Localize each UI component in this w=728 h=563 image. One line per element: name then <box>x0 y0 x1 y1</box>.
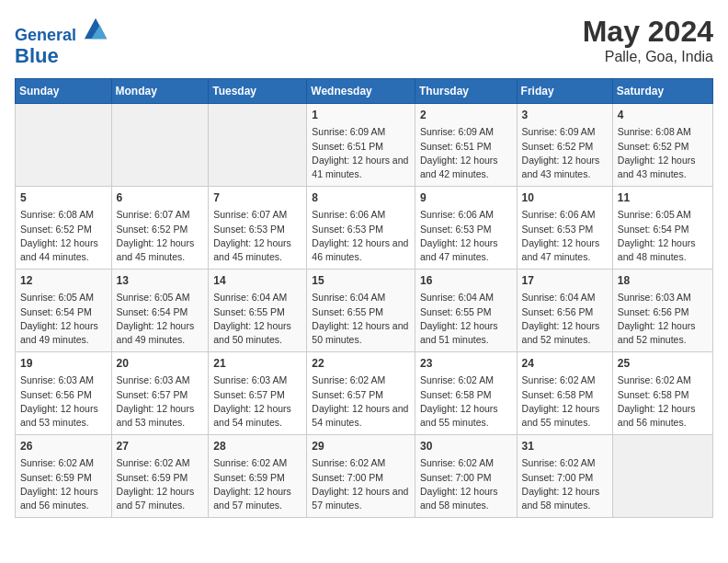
sunrise-text: Sunrise: 6:05 AM <box>618 209 691 220</box>
daylight-text: Daylight: 12 hours and 46 minutes. <box>312 237 408 262</box>
day-number: 3 <box>522 108 608 123</box>
day-number: 24 <box>522 356 608 372</box>
sunset-text: Sunset: 6:52 PM <box>117 224 188 235</box>
calendar-title: May 2024 <box>583 15 713 49</box>
calendar-cell: 21Sunrise: 6:03 AMSunset: 6:57 PMDayligh… <box>209 351 307 434</box>
day-number: 26 <box>20 439 107 454</box>
sunrise-text: Sunrise: 6:02 AM <box>20 457 94 468</box>
day-number: 22 <box>312 356 410 372</box>
calendar-cell: 11Sunrise: 6:05 AMSunset: 6:54 PMDayligh… <box>612 186 712 269</box>
day-number: 1 <box>312 108 410 123</box>
day-number: 2 <box>420 108 512 123</box>
daylight-text: Daylight: 12 hours and 45 minutes. <box>117 237 195 262</box>
daylight-text: Daylight: 12 hours and 52 minutes. <box>522 320 600 345</box>
calendar-cell: 4Sunrise: 6:08 AMSunset: 6:52 PMDaylight… <box>612 103 712 186</box>
daylight-text: Daylight: 12 hours and 57 minutes. <box>117 486 195 511</box>
sunset-text: Sunset: 6:53 PM <box>213 224 285 235</box>
weekday-sunday: Sunday <box>16 78 112 103</box>
daylight-text: Daylight: 12 hours and 45 minutes. <box>213 237 291 262</box>
day-number: 28 <box>213 439 301 454</box>
daylight-text: Daylight: 12 hours and 55 minutes. <box>420 403 498 428</box>
day-number: 4 <box>618 108 708 123</box>
daylight-text: Daylight: 12 hours and 43 minutes. <box>522 155 600 179</box>
sunset-text: Sunset: 6:59 PM <box>20 472 92 483</box>
calendar-header: SundayMondayTuesdayWednesdayThursdayFrid… <box>16 78 713 103</box>
sunrise-text: Sunrise: 6:02 AM <box>312 374 385 385</box>
daylight-text: Daylight: 12 hours and 56 minutes. <box>618 403 696 428</box>
day-number: 7 <box>213 190 301 206</box>
day-number: 14 <box>213 273 301 289</box>
day-number: 25 <box>618 356 708 372</box>
daylight-text: Daylight: 12 hours and 49 minutes. <box>117 320 195 345</box>
calendar-cell: 8Sunrise: 6:06 AMSunset: 6:53 PMDaylight… <box>307 186 415 269</box>
day-number: 9 <box>420 190 512 206</box>
day-number: 18 <box>618 273 708 289</box>
calendar-cell: 10Sunrise: 6:06 AMSunset: 6:53 PMDayligh… <box>517 186 612 269</box>
daylight-text: Daylight: 12 hours and 55 minutes. <box>522 403 600 428</box>
sunset-text: Sunset: 6:51 PM <box>312 141 383 152</box>
sunrise-text: Sunrise: 6:02 AM <box>618 374 691 385</box>
day-number: 19 <box>20 356 107 372</box>
sunrise-text: Sunrise: 6:07 AM <box>213 209 287 220</box>
calendar-cell: 26Sunrise: 6:02 AMSunset: 6:59 PMDayligh… <box>16 434 112 517</box>
sunset-text: Sunset: 7:00 PM <box>312 472 383 483</box>
sunset-text: Sunset: 6:53 PM <box>420 224 492 235</box>
day-number: 23 <box>420 356 512 372</box>
daylight-text: Daylight: 12 hours and 43 minutes. <box>618 155 696 179</box>
day-number: 20 <box>117 356 204 372</box>
calendar-week-3: 12Sunrise: 6:05 AMSunset: 6:54 PMDayligh… <box>16 269 713 351</box>
sunrise-text: Sunrise: 6:06 AM <box>522 209 596 220</box>
calendar-cell: 29Sunrise: 6:02 AMSunset: 7:00 PMDayligh… <box>307 434 415 517</box>
sunrise-text: Sunrise: 6:02 AM <box>213 457 287 468</box>
daylight-text: Daylight: 12 hours and 41 minutes. <box>312 155 408 179</box>
daylight-text: Daylight: 12 hours and 44 minutes. <box>20 237 98 262</box>
daylight-text: Daylight: 12 hours and 51 minutes. <box>420 320 498 345</box>
daylight-text: Daylight: 12 hours and 50 minutes. <box>312 320 408 345</box>
sunset-text: Sunset: 6:57 PM <box>117 389 188 400</box>
sunrise-text: Sunrise: 6:04 AM <box>420 292 494 303</box>
calendar-cell: 18Sunrise: 6:03 AMSunset: 6:56 PMDayligh… <box>612 269 712 351</box>
calendar-cell <box>209 103 307 186</box>
sunrise-text: Sunrise: 6:03 AM <box>213 374 287 385</box>
sunrise-text: Sunrise: 6:02 AM <box>117 457 190 468</box>
sunset-text: Sunset: 6:59 PM <box>213 472 285 483</box>
calendar-cell: 7Sunrise: 6:07 AMSunset: 6:53 PMDaylight… <box>209 186 307 269</box>
calendar-cell: 22Sunrise: 6:02 AMSunset: 6:57 PMDayligh… <box>307 351 415 434</box>
daylight-text: Daylight: 12 hours and 50 minutes. <box>213 320 291 345</box>
sunset-text: Sunset: 6:56 PM <box>20 389 92 400</box>
daylight-text: Daylight: 12 hours and 42 minutes. <box>420 155 498 179</box>
sunset-text: Sunset: 6:52 PM <box>20 224 92 235</box>
weekday-thursday: Thursday <box>415 78 517 103</box>
sunset-text: Sunset: 7:00 PM <box>522 472 594 483</box>
day-number: 13 <box>117 273 204 289</box>
sunset-text: Sunset: 6:58 PM <box>618 389 689 400</box>
daylight-text: Daylight: 12 hours and 53 minutes. <box>20 403 98 428</box>
calendar-cell <box>111 103 209 186</box>
logo-blue: Blue <box>15 45 108 67</box>
title-block: May 2024 Palle, Goa, India <box>583 15 713 65</box>
daylight-text: Daylight: 12 hours and 52 minutes. <box>618 320 696 345</box>
sunrise-text: Sunrise: 6:08 AM <box>618 126 691 137</box>
calendar-cell: 31Sunrise: 6:02 AMSunset: 7:00 PMDayligh… <box>517 434 612 517</box>
sunset-text: Sunset: 6:53 PM <box>312 224 383 235</box>
sunset-text: Sunset: 6:52 PM <box>618 141 689 152</box>
day-number: 27 <box>117 439 204 454</box>
day-number: 12 <box>20 273 107 289</box>
daylight-text: Daylight: 12 hours and 49 minutes. <box>20 320 98 345</box>
calendar-cell: 9Sunrise: 6:06 AMSunset: 6:53 PMDaylight… <box>415 186 517 269</box>
logo-text: General <box>15 15 108 45</box>
daylight-text: Daylight: 12 hours and 57 minutes. <box>213 486 291 511</box>
calendar-cell: 19Sunrise: 6:03 AMSunset: 6:56 PMDayligh… <box>16 351 112 434</box>
calendar-cell: 5Sunrise: 6:08 AMSunset: 6:52 PMDaylight… <box>16 186 112 269</box>
sunrise-text: Sunrise: 6:09 AM <box>420 126 494 137</box>
calendar-cell: 13Sunrise: 6:05 AMSunset: 6:54 PMDayligh… <box>111 269 209 351</box>
day-number: 8 <box>312 190 410 206</box>
sunrise-text: Sunrise: 6:04 AM <box>522 292 596 303</box>
calendar-week-2: 5Sunrise: 6:08 AMSunset: 6:52 PMDaylight… <box>16 186 713 269</box>
calendar-cell: 27Sunrise: 6:02 AMSunset: 6:59 PMDayligh… <box>111 434 209 517</box>
day-number: 31 <box>522 439 608 454</box>
calendar-cell <box>16 103 112 186</box>
calendar-cell <box>612 434 712 517</box>
day-number: 16 <box>420 273 512 289</box>
daylight-text: Daylight: 12 hours and 48 minutes. <box>618 237 696 262</box>
